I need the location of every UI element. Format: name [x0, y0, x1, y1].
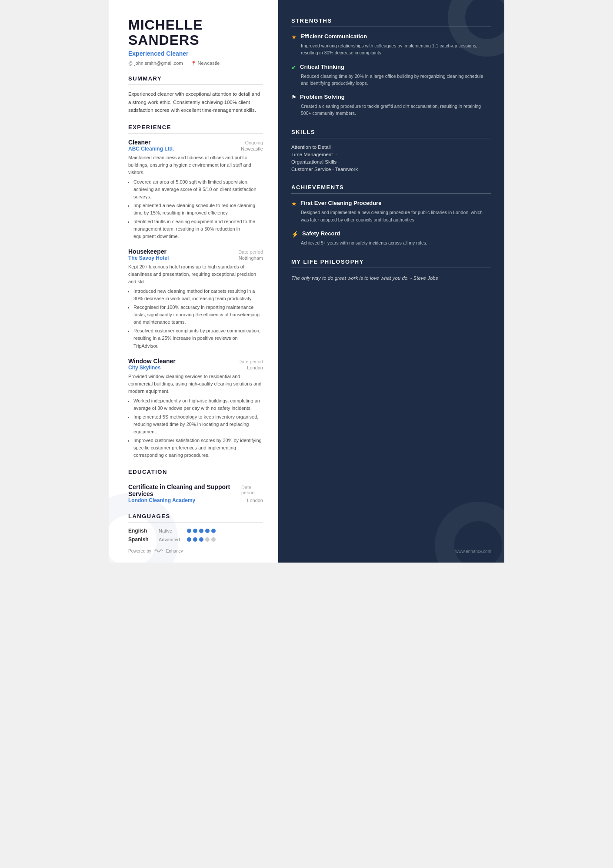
- job-company-3: City Skylines: [128, 365, 161, 371]
- bullet-3-3: Improved customer satisfaction scores by…: [133, 437, 263, 459]
- lang-level-english: Native: [159, 528, 183, 533]
- bullet-2-2: Recognised for 100% accuracy in reportin…: [133, 304, 263, 326]
- dot-e2: [193, 529, 197, 533]
- skill-dot-3: ·: [339, 159, 340, 164]
- dot-s2: [193, 537, 197, 542]
- strength-name-3: Problem Solving: [300, 94, 345, 101]
- strengths-section: STRENGTHS ★ Efficient Communication Impr…: [291, 17, 491, 117]
- achievement-header-2: ⚡ Safety Record: [291, 230, 491, 238]
- lang-dots-english: [187, 529, 216, 533]
- philosophy-section: MY LIFE PHILOSOPHY The only way to do gr…: [291, 258, 491, 282]
- candidate-title: Experienced Cleaner: [128, 50, 263, 57]
- location-icon: 📍: [191, 61, 196, 66]
- job-date-1: Ongoing: [245, 140, 263, 145]
- strength-desc-1: Improved working relationships with coll…: [301, 42, 491, 57]
- lang-name-english: English: [128, 528, 154, 534]
- job-date-3: Date period: [238, 359, 263, 364]
- achievement-1: ★ First Ever Cleaning Procedure Designed…: [291, 200, 491, 223]
- education-section: EDUCATION Certificate in Cleaning and Su…: [128, 469, 263, 503]
- email-icon: @: [128, 61, 133, 66]
- candidate-name: MICHELLE SANDERS: [128, 17, 263, 48]
- skill-label-3: Organizational Skills: [291, 159, 336, 164]
- bolt-icon: ⚡: [291, 231, 299, 238]
- skill-1: Attention to Detail ·: [291, 144, 491, 150]
- skill-4: Customer Service · Teamwork: [291, 167, 491, 172]
- languages-section: LANGUAGES English Native Spanish Advance…: [128, 513, 263, 543]
- dot-e1: [187, 529, 191, 533]
- edu-date-1: Date period: [241, 485, 263, 495]
- summary-text: Experienced cleaner with exceptional att…: [128, 90, 263, 114]
- dot-s1: [187, 537, 191, 542]
- achievements-title: ACHIEVEMENTS: [291, 184, 491, 194]
- job-bullets-2: Introduced new cleaning method for carpe…: [128, 288, 263, 349]
- powered-by-label: Powered by: [128, 549, 151, 553]
- job-desc-1: Maintained cleanliness and tidiness of o…: [128, 154, 263, 176]
- achievement-name-1: First Ever Cleaning Procedure: [300, 200, 381, 207]
- bullet-1-1: Covered an area of 5,000 sqft with limit…: [133, 178, 263, 201]
- job-company-row-1: ABC Cleaning Ltd. Newcastle: [128, 146, 263, 152]
- strength-desc-2: Reduced cleaning time by 20% in a large …: [301, 73, 491, 87]
- strength-1: ★ Efficient Communication Improved worki…: [291, 33, 491, 57]
- job-header-2: Housekeeper Date period: [128, 248, 263, 255]
- website-url: www.enhancv.com: [455, 549, 491, 554]
- lang-name-spanish: Spanish: [128, 536, 154, 543]
- email-item: @ john.smith@gmail.com: [128, 60, 183, 66]
- job-company-row-3: City Skylines London: [128, 365, 263, 371]
- achievement-desc-1: Designed and implemented a new cleaning …: [301, 209, 491, 223]
- name-section: MICHELLE SANDERS Experienced Cleaner @ j…: [128, 17, 263, 66]
- flag-icon: ⚑: [291, 94, 297, 101]
- job-title-1: Cleaner: [128, 139, 150, 146]
- job-location-3: London: [247, 365, 263, 370]
- left-footer: Powered by Enhancv: [128, 548, 183, 554]
- job-desc-2: Kept 20+ luxurious hotel rooms up to hig…: [128, 263, 263, 285]
- star-icon-achievement-1: ★: [291, 200, 297, 207]
- edu-header-1: Certificate in Cleaning and Support Serv…: [128, 483, 263, 497]
- bullet-3-1: Worked independently on high-rise buildi…: [133, 397, 263, 412]
- job-bullets-3: Worked independently on high-rise buildi…: [128, 397, 263, 459]
- location-item: 📍 Newcastle: [191, 60, 220, 66]
- job-title-3: Window Cleaner: [128, 358, 176, 365]
- strength-desc-3: Created a cleaning procedure to tackle g…: [301, 103, 491, 117]
- skill-label-4: Customer Service · Teamwork: [291, 167, 358, 172]
- skill-dot-1: ·: [333, 144, 335, 150]
- right-content: STRENGTHS ★ Efficient Communication Impr…: [291, 17, 491, 282]
- location-value: Newcastle: [198, 60, 220, 66]
- job-entry-3: Window Cleaner Date period City Skylines…: [128, 358, 263, 459]
- bullet-1-2: Implemented a new cleaning schedule to r…: [133, 202, 263, 217]
- skill-3: Organizational Skills ·: [291, 159, 491, 164]
- summary-section: SUMMARY Experienced cleaner with excepti…: [128, 75, 263, 114]
- enhancv-logo-icon: [154, 548, 163, 554]
- edu-school-1: London Cleaning Academy: [128, 497, 195, 503]
- achievements-section: ACHIEVEMENTS ★ First Ever Cleaning Proce…: [291, 184, 491, 246]
- lang-row-spanish: Spanish Advanced: [128, 536, 263, 543]
- job-date-2: Date period: [238, 249, 263, 255]
- bullet-2-1: Introduced new cleaning method for carpe…: [133, 288, 263, 302]
- skills-title: SKILLS: [291, 129, 491, 138]
- skills-list: Attention to Detail · Time Management · …: [291, 144, 491, 172]
- lang-level-spanish: Advanced: [159, 537, 183, 542]
- experience-title: EXPERIENCE: [128, 124, 263, 134]
- languages-title: LANGUAGES: [128, 513, 263, 523]
- dot-s5: [211, 537, 216, 542]
- job-header-1: Cleaner Ongoing: [128, 139, 263, 146]
- job-desc-3: Provided window cleaning services to res…: [128, 373, 263, 395]
- dot-e5: [211, 529, 216, 533]
- lang-dots-spanish: [187, 537, 216, 542]
- skill-label-1: Attention to Detail: [291, 144, 331, 150]
- job-location-1: Newcastle: [241, 146, 263, 151]
- job-company-row-2: The Savoy Hotel Nottingham: [128, 255, 263, 261]
- right-footer: www.enhancv.com: [455, 549, 491, 554]
- strength-header-2: ✔ Critical Thinking: [291, 64, 491, 71]
- edu-location-1: London: [247, 498, 263, 503]
- skill-dot-2: ·: [335, 152, 336, 157]
- lang-row-english: English Native: [128, 528, 263, 534]
- left-column: MICHELLE SANDERS Experienced Cleaner @ j…: [109, 0, 278, 563]
- job-bullets-1: Covered an area of 5,000 sqft with limit…: [128, 178, 263, 240]
- brand-name: Enhancv: [166, 549, 183, 553]
- edu-company-row-1: London Cleaning Academy London: [128, 497, 263, 503]
- education-title: EDUCATION: [128, 469, 263, 478]
- dot-s4: [205, 537, 210, 542]
- strength-header-1: ★ Efficient Communication: [291, 33, 491, 40]
- summary-title: SUMMARY: [128, 75, 263, 85]
- strength-name-1: Efficient Communication: [300, 33, 367, 40]
